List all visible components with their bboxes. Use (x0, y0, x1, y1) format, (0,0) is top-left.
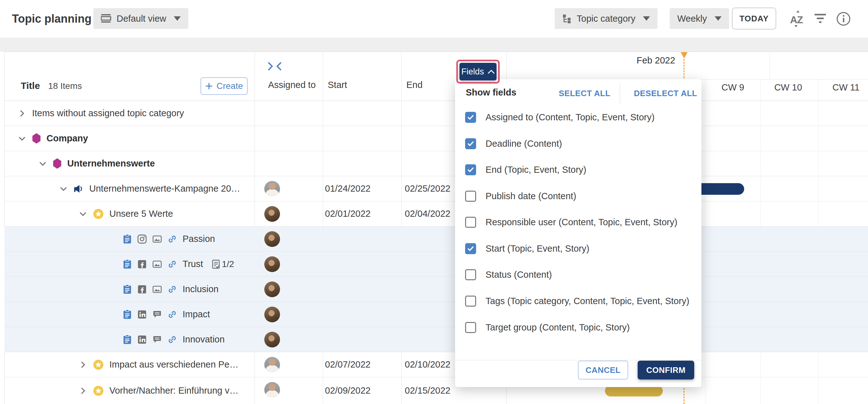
hexagon-icon (32, 133, 41, 144)
chevron-down-icon[interactable] (18, 134, 26, 143)
table-row[interactable]: Innovation (4, 327, 868, 352)
link-icon (167, 335, 177, 344)
chevron-right-icon[interactable] (79, 360, 87, 369)
table-row[interactable]: Trust 1/2 (4, 252, 868, 277)
title-header-label: Title (21, 81, 40, 91)
chevron-right-icon[interactable] (18, 109, 26, 118)
create-button[interactable]: Create (200, 77, 248, 95)
items-count: 18 Items (48, 81, 82, 91)
image-icon (152, 259, 162, 269)
link-icon (167, 285, 177, 294)
checkbox[interactable] (465, 112, 476, 123)
show-fields-label: Show fields (466, 87, 516, 98)
megaphone-icon (73, 184, 84, 193)
select-all-button[interactable]: SELECT ALL (559, 89, 610, 98)
field-option[interactable]: Publish date (Content) (455, 183, 702, 209)
table-row[interactable]: Unternehmenswerte (4, 151, 868, 176)
today-button[interactable]: TODAY (732, 7, 776, 30)
field-option[interactable]: Assigned to (Content, Topic, Event, Stor… (455, 104, 702, 130)
table-row[interactable]: Items without assigned topic category (4, 101, 868, 126)
checkbox[interactable] (465, 164, 476, 175)
chevron-down-icon[interactable] (79, 210, 87, 218)
field-option[interactable]: Responsible user (Content, Topic, Event,… (455, 209, 702, 235)
row-title: Unternehmenswerte (67, 158, 155, 169)
field-option-label: End (Topic, Event, Story) (486, 165, 586, 175)
chevron-down-icon (715, 16, 721, 21)
checkbox[interactable] (465, 138, 476, 149)
row-title: Trust (183, 259, 203, 269)
hierarchy-icon (562, 14, 572, 23)
table-row[interactable]: Impact (4, 302, 868, 327)
row-title: Unternehmenswerte-Kampagne 20… (89, 183, 240, 194)
avatar[interactable] (264, 206, 280, 222)
confirm-button[interactable]: CONFIRM (638, 361, 694, 379)
avatar[interactable] (264, 357, 280, 373)
hexagon-icon (53, 158, 62, 169)
chevron-down-icon (174, 16, 181, 21)
table-row[interactable]: Company (4, 126, 868, 151)
end-date: 02/15/2022 (405, 377, 450, 404)
end-date: 02/25/2022 (405, 176, 450, 201)
grouping-selector-button[interactable]: Topic category (555, 8, 657, 29)
header-divider (620, 84, 620, 103)
checkbox[interactable] (465, 243, 476, 254)
field-option-label: Assigned to (Content, Topic, Event, Stor… (486, 112, 655, 123)
table-row[interactable]: Inclusion (4, 277, 868, 302)
collapse-columns-icon[interactable] (267, 62, 282, 73)
row-title: Vorher/Nachher: Einführung v… (110, 385, 239, 396)
fields-dropdown: Show fields SELECT ALL DESELECT ALL Assi… (455, 79, 702, 387)
field-option[interactable]: End (Topic, Event, Story) (455, 156, 702, 183)
star-badge-icon (93, 360, 104, 370)
checkbox[interactable] (465, 296, 476, 307)
chevron-down-icon[interactable] (59, 184, 68, 193)
field-option[interactable]: Status (Content) (455, 261, 702, 288)
today-marker-icon (681, 52, 688, 58)
clipboard-icon (123, 309, 132, 319)
cancel-button[interactable]: CANCEL (578, 361, 628, 379)
page-title: Topic planning (12, 0, 91, 38)
filter-icon[interactable] (812, 11, 828, 27)
checkbox[interactable] (465, 217, 476, 228)
avatar[interactable] (264, 256, 280, 272)
field-option-label: Publish date (Content) (486, 191, 576, 201)
field-option[interactable]: Tags (Topic category, Content, Topic, Ev… (455, 288, 702, 314)
avatar[interactable] (264, 307, 280, 322)
chevron-up-icon (488, 69, 495, 74)
view-selector-label: Default view (117, 13, 166, 24)
sort-az-icon[interactable]: A Z (789, 11, 805, 27)
end-column-header: End (406, 80, 423, 90)
avatar[interactable] (264, 181, 280, 197)
fields-button[interactable]: Fields (460, 63, 497, 81)
checkbox[interactable] (465, 322, 476, 333)
checklist-icon (212, 259, 220, 269)
interval-selector-label: Weekly (677, 13, 707, 24)
table-row[interactable]: Unsere 5 Werte 02/01/2022 02/04/2022 (4, 201, 868, 226)
field-option[interactable]: Start (Topic, Event, Story) (455, 235, 702, 262)
row-title: Items without assigned topic category (32, 108, 184, 118)
field-option-label: Deadline (Content) (486, 138, 562, 149)
field-option-label: Status (Content) (486, 270, 552, 280)
avatar[interactable] (264, 281, 280, 297)
month-label: Feb 2022 (632, 55, 679, 66)
plus-icon (205, 82, 213, 90)
checkbox[interactable] (465, 191, 476, 202)
field-option[interactable]: Target group (Content, Topic, Story) (455, 314, 702, 341)
chevron-down-icon[interactable] (38, 159, 47, 168)
interval-selector-button[interactable]: Weekly (670, 8, 729, 29)
table-row[interactable]: Passion (4, 226, 868, 252)
table-row[interactable]: Vorher/Nachher: Einführung v… 02/09/2022… (4, 377, 868, 404)
checkbox[interactable] (465, 269, 476, 280)
table-row[interactable]: Impact aus verschiedenen Pe… 02/07/2022 … (4, 352, 868, 377)
linkedin-icon (137, 335, 147, 344)
row-title: Company (46, 133, 88, 144)
avatar[interactable] (264, 382, 280, 398)
avatar[interactable] (264, 231, 280, 247)
info-icon[interactable] (835, 11, 852, 27)
field-option[interactable]: Deadline (Content) (455, 130, 702, 157)
chevron-right-icon[interactable] (79, 386, 87, 395)
deselect-all-button[interactable]: DESELECT ALL (634, 89, 697, 98)
week-label: CW 10 (761, 82, 816, 93)
toolbar: Topic planning Default view Topic catego… (0, 0, 868, 38)
view-selector-button[interactable]: Default view (93, 8, 188, 29)
avatar[interactable] (264, 332, 280, 347)
